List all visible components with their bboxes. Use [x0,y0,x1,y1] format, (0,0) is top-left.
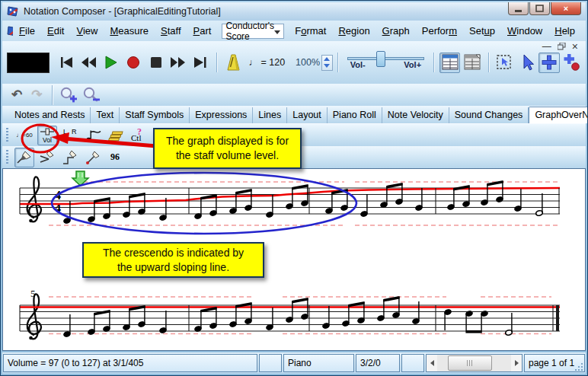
svg-text:Vol: Vol [43,136,52,144]
mdi-minimize-button[interactable]: — [542,43,551,50]
zoom-out-icon [81,86,101,104]
pitch-bend-graph-button[interactable] [83,126,103,145]
zoom-out-button[interactable] [81,86,101,104]
line-pen-tool[interactable] [14,148,34,167]
dot-pen-tool[interactable] [83,148,103,167]
tab-lines[interactable]: Lines [253,107,287,123]
menu-item-format[interactable]: Format [295,25,326,37]
controller-icon: ? Ctl [129,126,149,145]
callout-line: the upward sloping line. [117,260,229,275]
scroll-left-button[interactable] [427,355,437,371]
tab-sound-changes[interactable]: Sound Changes [449,107,529,123]
tab-piano-roll[interactable]: Piano Roll [328,107,382,123]
menu-item-perform[interactable]: Perform [422,25,457,37]
menu-item-edit[interactable]: Edit [47,25,64,37]
record-button[interactable] [124,53,143,72]
horizontal-scrollbar[interactable] [426,354,522,372]
status-bar: Volume = 97 (0 to 127) at 3/1/405 Piano … [2,352,586,374]
application-window: Notation Composer - [GraphicalEditingTut… [0,0,588,376]
status-instrument: Piano [283,354,354,372]
mdi-close-button[interactable]: × [572,43,578,50]
minimize-button[interactable] [508,2,529,15]
part-selector[interactable]: Conductor's Score [222,24,284,39]
svg-text:Ctl: Ctl [131,133,141,142]
select-region-tool[interactable] [494,53,515,73]
menu-item-region[interactable]: Region [338,25,369,37]
step-pen-tool[interactable] [60,148,80,167]
controller-graph-button[interactable]: ? Ctl [129,126,149,145]
treble-clef-2 [27,294,41,339]
undo-button[interactable]: ↶ [11,87,22,103]
zoom-in-icon [59,86,78,104]
part-selector-value: Conductor's Score [225,21,280,42]
menu-bar: FileEditViewMeasureStaffPart Conductor's… [2,21,586,41]
redo-button[interactable]: ↷ [31,87,42,103]
scrollbar-thumb[interactable] [448,355,492,371]
palette-tab-bar: Notes and RestsTextStaff SymbolsExpressi… [2,106,586,124]
callout-volume-graph: The graph displayed is for the staff vol… [153,128,302,169]
scroll-right-button[interactable] [511,355,522,371]
pan-graph-button[interactable]: L R [60,126,80,145]
maximize-button[interactable] [529,2,550,15]
callout-line: the staff volume level. [176,148,279,163]
tempo-value: ♩ = 120 [248,57,285,68]
plus-icon [541,54,558,71]
skip-to-end-button[interactable] [191,53,210,72]
tab-note-velocity[interactable]: Note Velocity [382,107,449,123]
time-display [7,53,50,73]
tab-expressions[interactable]: Expressions [190,107,253,123]
callout-line: The crescendo is indicated by [103,246,244,260]
vol-minus-label: Vol- [350,60,366,69]
tempo-graph-button[interactable]: ♩=60 [14,126,34,145]
volume-slider[interactable]: Vol- Vol+ [346,50,426,75]
add-note-tool[interactable] [538,53,559,73]
menu-item-part[interactable]: Part [193,25,212,37]
menu-item-help[interactable]: Help [554,25,575,37]
all-graphs-button[interactable] [106,126,126,145]
continuous-view-button[interactable] [462,53,482,73]
tab-text[interactable]: Text [91,107,120,123]
rewind-button[interactable] [79,53,98,72]
measure-number: 5 [30,288,36,299]
play-button[interactable] [101,53,120,72]
resize-grip[interactable] [575,362,583,371]
document-icon [7,25,13,37]
menu-item-file[interactable]: File [19,25,35,37]
menu-item-graph[interactable]: Graph [382,25,410,37]
arrow-select-tool[interactable] [516,53,537,73]
menu-item-view[interactable]: View [76,25,97,37]
volume-slider-thumb[interactable] [376,51,385,67]
line-pen-icon [15,149,34,166]
metronome-button[interactable] [223,53,242,72]
tab-notes-and-rests[interactable]: Notes and Rests [9,107,91,123]
tab-staff-symbols[interactable]: Staff Symbols [120,107,190,123]
close-button[interactable]: × [551,2,581,15]
toolbar-grip[interactable] [6,128,8,143]
tab-graphovernotes[interactable]: GraphOverNotes™ [529,107,588,123]
scrollbar-track[interactable] [437,355,511,371]
svg-text:R: R [72,128,77,135]
add-note-with-duration-tool[interactable] [561,53,582,73]
menu-item-measure[interactable]: Measure [110,25,149,37]
edit-toolbar: ↶ ↷ [2,84,586,106]
stop-button[interactable] [146,53,165,72]
menu-item-staff[interactable]: Staff [161,25,181,37]
fast-forward-button[interactable] [168,53,187,72]
menu-item-window[interactable]: Window [507,25,542,37]
accent-pen-tool[interactable] [37,148,57,167]
mdi-restore-button[interactable] [558,43,566,50]
selection-rectangle-icon [496,54,513,71]
zoom-spinner[interactable] [321,55,333,71]
toolbar-grip[interactable] [6,150,8,165]
skip-to-start-button[interactable] [57,53,76,72]
status-position: 3/2/0 [356,354,400,372]
zoom-in-button[interactable] [59,86,78,104]
svg-text:L: L [63,128,67,135]
status-page: page 1 of 1 [524,354,585,372]
mdi-window-controls: — × [542,43,578,50]
page-view-button[interactable] [439,53,460,73]
final-barline [556,305,559,331]
volume-graph-button[interactable]: Vol [37,126,57,145]
menu-item-setup[interactable]: Setup [469,25,495,37]
tab-layout[interactable]: Layout [287,107,328,123]
